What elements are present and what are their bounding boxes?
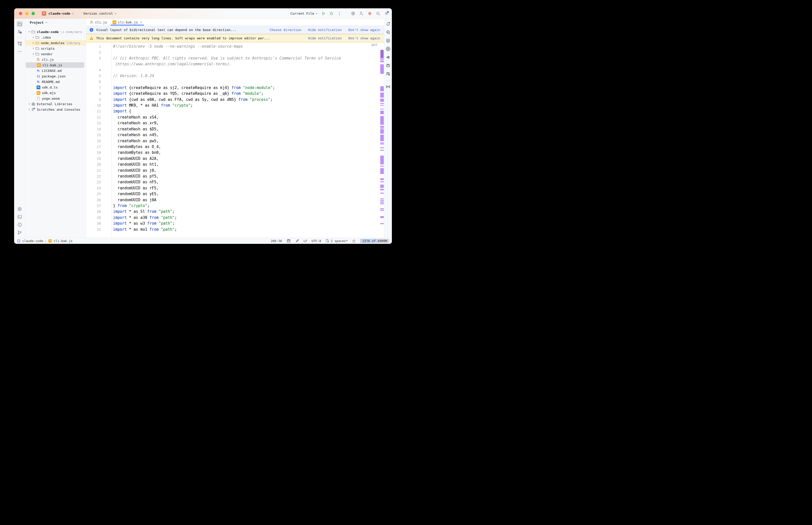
tree-row-yoga-wasm[interactable]: yoga.wasm (25, 95, 86, 101)
code-line[interactable]: 7import {createRequire as sj2, createReq… (86, 85, 384, 91)
tree-row-sdk-d-ts[interactable]: TSsdk.d.ts (25, 85, 86, 90)
line-number[interactable]: 12 (86, 115, 111, 120)
code-line[interactable]: 17 randomBytes as O_4, (86, 144, 384, 150)
tab-cli-bak-js[interactable]: JS cli-bak.js × (110, 19, 145, 26)
banner-link[interactable]: Don't show again (349, 28, 380, 32)
line-number[interactable] (86, 61, 111, 67)
terminal-tool-icon[interactable] (17, 214, 23, 220)
banner-link[interactable]: Hide notification (308, 36, 342, 40)
line-number[interactable]: 1 (86, 44, 111, 49)
caret-position-widget[interactable]: 266:36 (271, 239, 282, 243)
tab-cli-js[interactable]: 100JS cli.js (88, 19, 110, 26)
inspections-off-icon[interactable] (295, 239, 299, 243)
run-configuration-selector[interactable]: Current File (291, 12, 318, 15)
code-line[interactable]: 12 createHash as xS4, (86, 115, 384, 120)
line-number[interactable]: 9 (86, 97, 111, 103)
code-line[interactable]: 15 createHash as n45, (86, 132, 384, 138)
project-switcher[interactable]: claude-code (48, 12, 74, 15)
tree-row-cli-js[interactable]: 100JScli.js (25, 57, 86, 62)
notifications-bell-icon[interactable] (385, 21, 391, 27)
breadcrumb-file[interactable]: cli-bak.js (54, 239, 72, 243)
vcs-widget[interactable]: Version control (83, 12, 117, 15)
code-line[interactable]: 9import {cwd as e0A, cwd as FfA, cwd as … (86, 97, 384, 103)
code-line[interactable]: 29import * as a30 from "path"; (86, 215, 384, 221)
code-line[interactable]: 25 randomUUID as yE5, (86, 191, 384, 197)
users-help-icon[interactable]: ? (17, 29, 23, 35)
tree-row-node-modules[interactable]: node_moduleslibrary (25, 40, 86, 46)
tree-row-scratches-and-consoles[interactable]: Scratches and Consoles (25, 107, 86, 112)
chevron-right-icon[interactable] (31, 47, 35, 50)
code-line[interactable]: 28import * as Sl from "path"; (86, 209, 384, 214)
chevron-right-icon[interactable] (27, 108, 31, 111)
more-tools-icon[interactable] (17, 48, 23, 55)
add-user-icon[interactable] (358, 11, 364, 17)
code-line[interactable]: 20 randomUUID as ht1, (86, 162, 384, 167)
code-line[interactable]: 27} from "crypto"; (86, 203, 384, 209)
breadcrumb-project[interactable]: claude-code (22, 239, 43, 243)
line-number[interactable]: 11 (86, 108, 111, 114)
line-number[interactable]: 14 (86, 126, 111, 132)
code-line[interactable]: 21 randomUUID as j0, (86, 168, 384, 174)
line-number[interactable]: 7 (86, 85, 111, 91)
line-number[interactable]: 2 (86, 49, 111, 55)
tree-row-sdk-mjs[interactable]: JSsdk.mjs (25, 90, 86, 95)
minimize-window-icon[interactable] (25, 12, 29, 15)
code-line[interactable]: 11import { (86, 108, 384, 114)
memory-indicator[interactable]: 2376 of 4900M (360, 239, 389, 243)
banner-link[interactable]: Hide notification (308, 28, 342, 32)
line-number[interactable]: 4 (86, 67, 111, 73)
copilot-icon[interactable] (385, 62, 391, 69)
line-number[interactable]: 6 (86, 79, 111, 85)
tree-row-external-libraries[interactable]: External Libraries (25, 101, 86, 107)
tree-row-vendor[interactable]: vendor (25, 51, 86, 57)
tree-row-scripts[interactable]: scripts (25, 46, 86, 51)
line-number[interactable]: 8 (86, 91, 111, 96)
scrollbar-thumb[interactable] (381, 50, 383, 58)
code-line[interactable]: (https://www.anthropic.com/legal/commerc… (86, 61, 384, 67)
tree-row-claude-code[interactable]: claude-code~/.nvm/vers (25, 29, 86, 34)
tree-row-license-md[interactable]: M↓LICENSE.md (25, 68, 86, 73)
line-number[interactable]: 21 (86, 168, 111, 174)
chevron-down-icon[interactable] (27, 30, 31, 33)
line-number[interactable]: 5 (86, 73, 111, 79)
line-number[interactable]: 28 (86, 209, 111, 214)
write-access-lock-icon[interactable] (352, 239, 356, 243)
code-line[interactable]: 31import * as mo1 from "path"; (86, 227, 384, 232)
project-tool-icon[interactable] (17, 21, 23, 27)
run-button[interactable] (320, 11, 326, 17)
code-with-me-icon[interactable] (385, 71, 391, 77)
line-number[interactable]: 15 (86, 132, 111, 138)
indent-widget[interactable]: 2 spaces* (325, 239, 348, 243)
database-tool-icon[interactable] (385, 38, 391, 44)
tree-row-readme-md[interactable]: M↓README.md (25, 79, 86, 85)
ai-assistant-icon[interactable] (385, 29, 391, 35)
copilot-status-icon[interactable] (286, 239, 291, 243)
code-line[interactable]: 22 randomUUID as pY5, (86, 174, 384, 179)
code-line[interactable]: 19 randomUUID as A2A, (86, 156, 384, 162)
close-window-icon[interactable] (19, 12, 22, 15)
line-number[interactable]: 31 (86, 227, 111, 232)
code-line[interactable]: 1#!/usr/bin/env -S node --no-warnings --… (86, 44, 384, 49)
project-panel-header[interactable]: Project (25, 19, 86, 26)
line-number[interactable]: 16 (86, 138, 111, 144)
problems-tool-icon[interactable] (17, 222, 23, 228)
banner-link[interactable]: Don't show again (349, 36, 380, 40)
line-number[interactable]: 20 (86, 162, 111, 167)
code-line[interactable]: 3// (c) Anthropic PBC. All rights reserv… (86, 56, 384, 61)
close-tab-icon[interactable]: × (140, 20, 142, 24)
tree-row-package-json[interactable]: {}package.json (25, 73, 86, 79)
line-number[interactable]: 24 (86, 185, 111, 191)
chevron-right-icon[interactable] (31, 35, 35, 39)
code-line[interactable]: 24 randomUUID as rF5, (86, 185, 384, 191)
line-number[interactable]: 17 (86, 144, 111, 150)
line-number[interactable]: 23 (86, 179, 111, 185)
x-circle-tool-icon[interactable] (385, 46, 391, 52)
line-number[interactable]: 18 (86, 150, 111, 155)
more-run-options-icon[interactable] (336, 11, 342, 17)
line-number[interactable]: 30 (86, 221, 111, 226)
banner-link[interactable]: Choose direction (269, 28, 301, 32)
code-line[interactable]: 10import MK9, * as HA1 from "crypto"; (86, 103, 384, 108)
code-line[interactable]: 6 (86, 79, 384, 85)
code-line[interactable]: 14 createHash as $D5, (86, 126, 384, 132)
code-line[interactable]: 2 (86, 49, 384, 55)
